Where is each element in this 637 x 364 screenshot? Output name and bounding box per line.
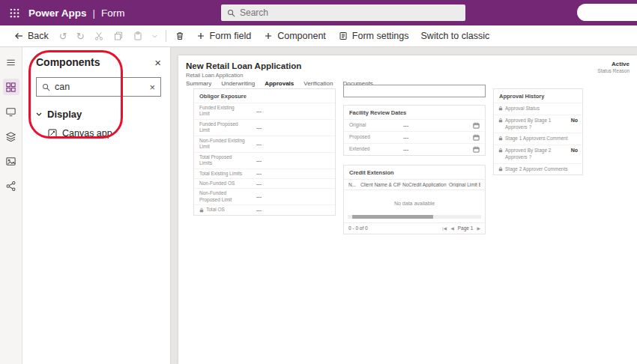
global-search[interactable] [221, 4, 465, 21]
switch-to-classic-button[interactable]: Switch to classic [415, 25, 496, 46]
waffle-icon[interactable] [0, 0, 28, 25]
date-field-row[interactable]: Extended --- [344, 143, 485, 155]
field-row[interactable]: Approved By Stage 1 Approvers ? No [494, 115, 582, 133]
breadcrumb: Power Apps | Form [28, 7, 125, 19]
calendar-icon[interactable] [473, 146, 480, 153]
scrollbar-thumb[interactable] [352, 215, 433, 219]
search-icon [42, 83, 50, 91]
top-app-bar: Power Apps | Form [0, 0, 637, 25]
field-value: --- [403, 147, 408, 152]
column-header[interactable]: Client Name & CIF No [360, 182, 408, 187]
plus-icon [263, 31, 274, 41]
flow-share-icon[interactable] [3, 178, 19, 194]
approval-history-section: Approval History Approval Status Approve… [493, 88, 583, 175]
prev-page-icon[interactable]: ◀ [450, 225, 454, 231]
status-value: Active [597, 61, 630, 67]
form-field-label: Form field [210, 31, 252, 41]
paste-icon[interactable] [128, 25, 148, 46]
components-icon[interactable] [3, 79, 19, 95]
calendar-icon[interactable] [473, 134, 480, 141]
horizontal-scrollbar[interactable] [348, 215, 481, 219]
calendar-icon[interactable] [473, 122, 480, 129]
field-value: --- [256, 207, 262, 213]
field-label: Approved By Stage 1 Approvers ? [505, 118, 566, 131]
add-component-button[interactable]: Component [257, 25, 332, 46]
field-label: Stage 1 Approvers Comment [505, 136, 573, 142]
page-name: Form [101, 7, 125, 19]
column-header[interactable]: Original Limit Expiry [449, 182, 480, 187]
account-pill[interactable] [577, 4, 637, 21]
field-row[interactable]: Approval Status [494, 103, 582, 115]
field-row[interactable]: Total Proposed Limits --- [194, 152, 335, 169]
date-field-row[interactable]: Proposed --- [344, 131, 485, 143]
canvas-app-icon [48, 129, 57, 138]
back-button[interactable]: Back [7, 25, 55, 46]
obligor-exposure-section: Obligor Exposure Funded Existing Limit -… [193, 88, 336, 216]
field-value: --- [256, 181, 262, 186]
main-region: Components × × Display [0, 47, 637, 364]
section-title: Credit Extension [344, 166, 485, 179]
display-section-header[interactable]: Display [22, 109, 170, 120]
hamburger-menu-icon[interactable] [3, 54, 19, 70]
field-label: Total Existing Limits [199, 171, 246, 177]
paste-dropdown-chevron-icon[interactable] [148, 25, 162, 46]
components-search[interactable]: × [36, 77, 161, 97]
components-panel: Components × × Display [22, 47, 171, 364]
breadcrumb-separator: | [93, 7, 96, 19]
app-name[interactable]: Power Apps [28, 7, 87, 19]
delete-icon[interactable] [170, 25, 190, 46]
add-form-field-button[interactable]: Form field [190, 25, 258, 46]
redo-icon[interactable]: ↻ [72, 25, 89, 46]
field-row[interactable]: Non-Funded OS --- [194, 178, 335, 188]
field-value: --- [256, 109, 262, 114]
page-indicator: Page 1 [458, 225, 474, 231]
field-row[interactable]: Non-Funded Existing Limit --- [194, 136, 335, 152]
field-label: Non-Funded Proposed Limit [199, 190, 246, 203]
lock-icon [498, 136, 503, 141]
middle-empty-input[interactable] [343, 85, 486, 97]
date-field-row[interactable]: Original --- [344, 119, 485, 131]
data-layers-icon[interactable] [3, 128, 19, 145]
status-badge: Active Status Reason [597, 61, 630, 73]
form-preview-card[interactable]: New Retail Loan Application Retail Loan … [178, 55, 637, 364]
first-page-icon[interactable]: |◀ [442, 225, 447, 231]
pagination: |◀ ◀ Page 1 ▶ [442, 225, 480, 231]
section-title: Facility Review Dates [344, 106, 485, 119]
field-row[interactable]: Total Existing Limits --- [194, 169, 335, 178]
undo-icon[interactable]: ↺ [55, 25, 72, 46]
field-label: Funded Existing Limit [199, 105, 246, 118]
field-label: Original [349, 122, 393, 128]
field-row[interactable]: Total OS --- [194, 204, 335, 214]
component-label: Component [277, 31, 326, 41]
form-settings-button[interactable]: Form settings [332, 25, 415, 46]
field-value: No [571, 148, 578, 153]
field-row[interactable]: Funded Proposed Limit --- [194, 119, 335, 136]
form-entity-subtitle: Retail Loan Application [186, 72, 243, 79]
field-row[interactable]: Stage 2 Approver Comments [494, 163, 582, 175]
clear-search-icon[interactable]: × [149, 82, 155, 92]
field-label: Extended [349, 146, 393, 152]
column-header[interactable]: Credit Application [408, 182, 449, 187]
next-page-icon[interactable]: ▶ [477, 225, 480, 231]
media-icon[interactable] [3, 153, 19, 169]
field-value: --- [403, 135, 408, 140]
form-record-title: New Retail Loan Application [186, 61, 301, 70]
components-search-input[interactable] [55, 82, 145, 92]
toolbar-divider [166, 30, 166, 42]
copy-icon[interactable] [109, 25, 128, 46]
field-row[interactable]: Non-Funded Proposed Limit --- [194, 188, 335, 204]
column-header[interactable]: N... [348, 182, 360, 187]
field-label: Funded Proposed Limit [199, 121, 246, 134]
field-row[interactable]: Funded Existing Limit --- [194, 103, 335, 119]
field-value: --- [256, 171, 262, 176]
display-section-label: Display [47, 109, 82, 120]
left-rail [0, 47, 22, 364]
tree-view-icon[interactable] [3, 103, 19, 120]
field-value: --- [403, 123, 408, 128]
field-row[interactable]: Approved By Stage 2 Approvers ? No [494, 145, 582, 163]
cut-icon[interactable] [89, 25, 109, 46]
canvas-app-item[interactable]: Canvas app [22, 128, 170, 139]
close-icon[interactable]: × [154, 57, 161, 68]
field-row[interactable]: Stage 1 Approvers Comment [494, 133, 582, 145]
search-input[interactable] [240, 7, 459, 18]
